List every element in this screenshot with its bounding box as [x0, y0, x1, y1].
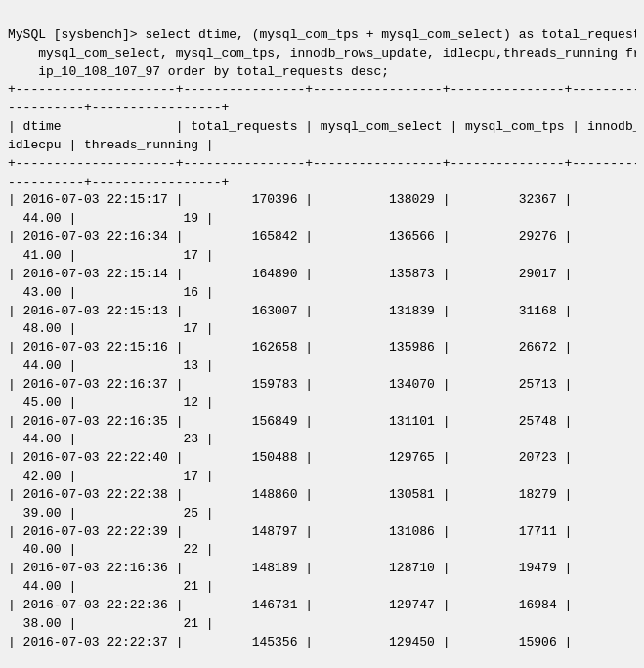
terminal-text: MySQL [sysbench]> select dtime, (mysql_c… [8, 27, 636, 649]
terminal-output: MySQL [sysbench]> select dtime, (mysql_c… [8, 8, 636, 652]
